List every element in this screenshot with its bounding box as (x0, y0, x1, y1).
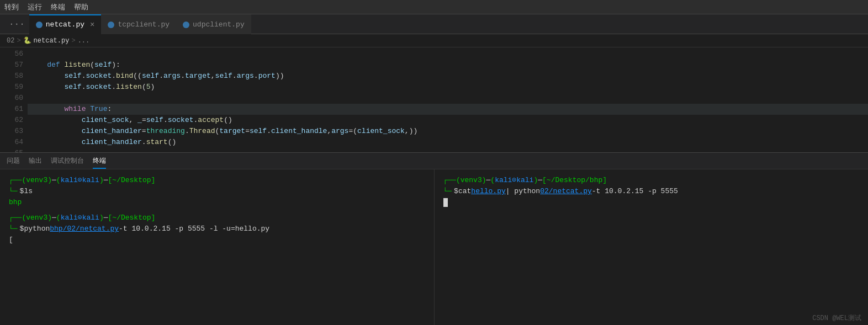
term-path-2: ~/Desktop (112, 212, 151, 223)
term-env-r1: (venv3) (456, 175, 486, 186)
term-host-1: kali (82, 175, 99, 186)
python-file-icon (36, 22, 43, 28)
terminal-cmd-1: └─$ ls (9, 186, 425, 197)
term-bracket-l1: ┌── (9, 175, 22, 186)
terminal-area: ┌──(venv3)─(kali⊙kali)─[~/Desktop] └─$ l… (0, 169, 868, 325)
tab-netcat-label: netcat.py (46, 20, 84, 29)
term-ls-cmd: ls (24, 186, 33, 197)
term-bracket-rl1: ┌── (443, 175, 456, 186)
code-line-61: while True: (28, 104, 868, 115)
code-line-59: self.socket.listen(5) (28, 82, 868, 93)
term-cat-cmd: cat (458, 186, 471, 197)
panel-tab-output[interactable]: 输出 (29, 154, 42, 169)
breadcrumb: 02 > 🐍 netcat.py > ... (0, 34, 868, 47)
watermark: CSDN @WEL测试 (812, 313, 861, 323)
tab-udpclient[interactable]: udpclient.py (176, 14, 251, 34)
term-env-1: (venv3) (22, 175, 52, 186)
term-netcat-file-r: 02/netcat.py (540, 186, 592, 197)
terminal-prompt-r1: ┌──(venv3)─(kali⊙kali)─[~/Desktop/bhp] (443, 175, 860, 186)
terminal-pane-left[interactable]: ┌──(venv3)─(kali⊙kali)─[~/Desktop] └─$ l… (0, 169, 435, 325)
python-file-icon-3 (183, 22, 189, 28)
term-path-1: ~/Desktop (112, 175, 151, 186)
terminal-prompt-2: ┌──(venv3)─(kali⊙kali)─[~/Desktop] (9, 212, 425, 223)
term-hello-file: hello.py (471, 186, 505, 197)
term-python-cmd: python (24, 223, 50, 235)
term-user-2: kali (61, 212, 78, 223)
tab-tcpclient-label: tcpclient.py (118, 20, 170, 29)
term-dash-1: ─ (52, 175, 56, 186)
terminal-output-1: bhp (9, 197, 425, 208)
menu-run[interactable]: 运行 (28, 2, 42, 12)
term-dollar-1: $ (20, 186, 24, 197)
editor-area: 56 57 58 59 60 61 62 63 64 65 def listen… (0, 47, 868, 152)
code-line-64: client_handler.start() (28, 137, 868, 148)
tab-tcpclient[interactable]: tcpclient.py (101, 14, 176, 34)
code-line-60 (28, 93, 868, 104)
code-content[interactable]: def listen(self): self.socket.bind((self… (28, 47, 868, 152)
menu-help[interactable]: 帮助 (74, 2, 88, 12)
code-line-63: client_handler=threading.Thread(target=s… (28, 126, 868, 137)
tab-netcat[interactable]: netcat.py × (29, 14, 102, 34)
code-line-57: def listen(self): (28, 60, 868, 71)
panel-tab-debug[interactable]: 调试控制台 (51, 154, 84, 169)
term-bracket-cmd2: └─ (9, 223, 18, 235)
panel-tab-problems[interactable]: 问题 (7, 154, 20, 169)
term-bracket-output: [ (9, 236, 13, 244)
terminal-cmd-2: └─$ python bhp/02/netcat.py -t 10.0.2.15… (9, 223, 425, 235)
code-line-56 (28, 49, 868, 60)
tab-more-icon[interactable]: ··· (4, 19, 29, 29)
breadcrumb-filename[interactable]: netcat.py (34, 37, 70, 45)
breadcrumb-sep2: > (71, 37, 75, 45)
tab-bar: ··· netcat.py × tcpclient.py udpclient.p… (0, 14, 868, 34)
menu-bar: 转到 运行 终端 帮助 (0, 0, 868, 14)
terminal-cmd-r1: └─$ cat hello.py| python 02/netcat.py -t… (443, 186, 860, 197)
tab-close-icon[interactable]: × (90, 20, 94, 29)
term-user-1: kali (61, 175, 78, 186)
term-cat-args: -t 10.0.2.15 -p 5555 (592, 186, 678, 197)
breadcrumb-02[interactable]: 02 (7, 37, 14, 45)
python-file-icon-2 (108, 22, 114, 28)
term-cursor (443, 198, 448, 207)
line-numbers: 56 57 58 59 60 61 62 63 64 65 (0, 47, 28, 152)
code-line-62: client_sock, _=self.socket.accept() (28, 115, 868, 126)
tab-udpclient-label: udpclient.py (193, 20, 245, 29)
term-path-r1: ~/Desktop/bhp (547, 175, 602, 186)
term-pipe: | python (506, 186, 540, 197)
breadcrumb-sep1: > (17, 37, 20, 45)
code-line-58: self.socket.bind((self.args.target,self.… (28, 71, 868, 82)
breadcrumb-ellipsis: ... (78, 37, 90, 45)
panel-tabs: 问题 输出 调试控制台 终端 (0, 152, 868, 169)
term-user-r1: kali (495, 175, 512, 186)
term-env-2: (venv3) (22, 212, 52, 223)
term-python-args: -t 10.0.2.15 -p 5555 -l -u=hello.py (119, 223, 269, 235)
terminal-pane-right[interactable]: ┌──(venv3)─(kali⊙kali)─[~/Desktop/bhp] └… (435, 169, 869, 325)
terminal-output-r1 (443, 197, 860, 208)
term-host-r1: kali (516, 175, 533, 186)
term-host-2: kali (82, 212, 99, 223)
term-dollar-2: $ (20, 223, 24, 235)
term-bracket-l2: ┌── (9, 212, 22, 223)
term-bracket-rcmd1: └─ (443, 186, 452, 197)
menu-terminal[interactable]: 终端 (51, 2, 65, 12)
term-dollar-r1: $ (454, 186, 458, 197)
breadcrumb-file-icon: 🐍 (23, 36, 31, 45)
term-netcat-file: bhp/02/netcat.py (50, 223, 119, 235)
term-bhp-output: bhp (9, 198, 22, 206)
term-parens-1: ( (56, 175, 61, 186)
term-bracket-cmd1: └─ (9, 186, 18, 197)
terminal-output-2: [ (9, 235, 425, 246)
menu-goto[interactable]: 转到 (4, 2, 19, 12)
terminal-prompt-1: ┌──(venv3)─(kali⊙kali)─[~/Desktop] (9, 175, 425, 186)
panel-tab-terminal[interactable]: 终端 (93, 154, 106, 169)
code-line-65 (28, 148, 868, 152)
